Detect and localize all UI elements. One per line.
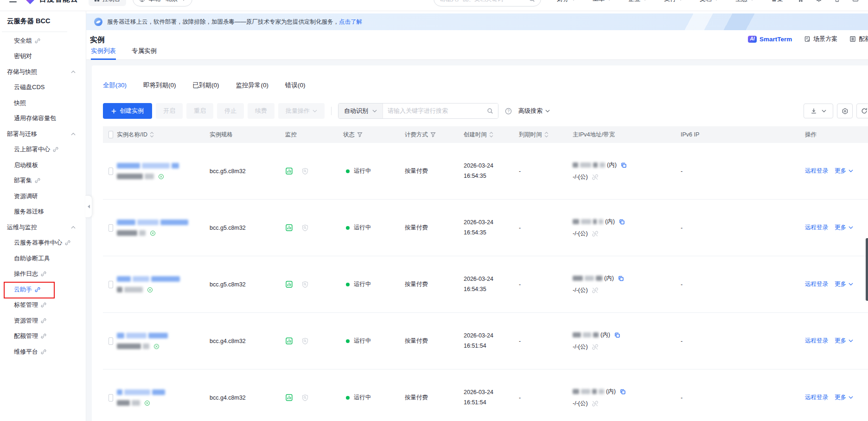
filter-即将到期(0)[interactable]: 即将到期(0) xyxy=(143,81,176,95)
topbar-nav-item[interactable]: 支付 xyxy=(664,0,683,3)
unbind-eip-icon[interactable] xyxy=(592,343,599,350)
row-checkbox[interactable] xyxy=(108,337,113,345)
row-checkbox[interactable] xyxy=(108,394,113,402)
baidu-cloud-logo[interactable]: 百度智能云 xyxy=(25,0,78,4)
remote-login-link[interactable]: 远程登录 xyxy=(805,167,828,175)
sidebar-item-云助手[interactable]: 云助手 xyxy=(0,282,86,298)
sidebar-collapse-handle[interactable] xyxy=(85,195,92,218)
copy-icon[interactable] xyxy=(618,275,624,282)
topbar-nav-item[interactable]: 备案 xyxy=(771,0,783,3)
toolbar-button-开启[interactable]: 开启 xyxy=(156,103,183,119)
security-check-icon[interactable] xyxy=(301,394,309,402)
topbar-nav-item[interactable]: 企业 xyxy=(628,0,647,3)
security-check-icon[interactable] xyxy=(301,337,309,345)
sidebar-item-安全组[interactable]: 安全组 xyxy=(0,33,86,49)
filter-错误(0)[interactable]: 错误(0) xyxy=(285,81,306,95)
topbar-search-input[interactable]: 请输入产品、文档关键词 xyxy=(434,0,541,6)
filter-监控异常(0)[interactable]: 监控异常(0) xyxy=(236,81,269,95)
unbind-eip-icon[interactable] xyxy=(592,230,599,237)
sidebar-group-部署与迁移[interactable]: 部署与迁移 xyxy=(0,126,86,142)
sidebar-item-操作日志[interactable]: 操作日志 xyxy=(0,266,86,282)
toolbar-button-续费[interactable]: 续费 xyxy=(248,103,274,119)
refresh-button[interactable] xyxy=(856,104,868,118)
sidebar-item-配额管理[interactable]: 配额管理 xyxy=(0,329,86,344)
download-button[interactable] xyxy=(804,104,833,118)
remote-login-link[interactable]: 远程登录 xyxy=(805,394,828,402)
row-checkbox[interactable] xyxy=(108,224,113,232)
create-instance-button[interactable]: 创建实例 xyxy=(103,103,152,119)
column-header-计费方式[interactable]: 计费方式 xyxy=(405,131,464,139)
sidebar-item-标签管理[interactable]: 标签管理 xyxy=(0,298,86,313)
advanced-search-toggle[interactable]: 高级搜索 xyxy=(518,107,550,115)
sidebar-item-密钥对[interactable]: 密钥对 xyxy=(0,49,86,65)
more-actions-link[interactable]: 更多 xyxy=(835,224,853,232)
sidebar-item-云服务器事件中心[interactable]: 云服务器事件中心 xyxy=(0,235,86,251)
toolbar-button-重启[interactable]: 重启 xyxy=(186,103,213,119)
more-actions-link[interactable]: 更多 xyxy=(835,394,853,402)
remote-login-link[interactable]: 远程登录 xyxy=(805,280,828,288)
security-check-icon[interactable] xyxy=(301,168,309,175)
quota-detail-button[interactable]: 配额详情 xyxy=(849,35,868,43)
row-checkbox[interactable] xyxy=(108,281,113,288)
region-selector[interactable]: 华北 - 北京 xyxy=(133,0,192,6)
row-checkbox[interactable] xyxy=(108,168,113,175)
more-actions-link[interactable]: 更多 xyxy=(835,337,853,345)
topbar-nav-item[interactable]: 财务 xyxy=(557,0,576,3)
sidebar-item-云磁盘CDS[interactable]: 云磁盘CDS xyxy=(0,80,86,96)
copy-icon[interactable] xyxy=(614,332,620,338)
instance-name-cell[interactable] xyxy=(117,389,210,406)
remote-login-link[interactable]: 远程登录 xyxy=(805,337,828,345)
more-actions-link[interactable]: 更多 xyxy=(835,280,853,288)
monitor-chart-icon[interactable] xyxy=(285,167,293,175)
sidebar-item-快照[interactable]: 快照 xyxy=(0,95,86,111)
side-float-widget[interactable] xyxy=(866,238,868,301)
monitor-chart-icon[interactable] xyxy=(285,337,293,345)
help-icon[interactable]: ? xyxy=(505,108,512,115)
smartterm-button[interactable]: AI SmartTerm xyxy=(748,36,792,43)
column-header-到期时间[interactable]: 到期时间 xyxy=(519,131,573,139)
unbind-eip-icon[interactable] xyxy=(592,400,599,407)
sidebar-item-启动模板[interactable]: 启动模板 xyxy=(0,157,86,173)
mobile-icon[interactable] xyxy=(834,0,840,2)
sidebar-item-资源调研[interactable]: 资源调研 xyxy=(0,188,86,204)
copy-icon[interactable] xyxy=(619,219,625,225)
keyword-search-input[interactable]: 请输入关键字进行搜索 xyxy=(383,104,498,118)
cart-icon[interactable] xyxy=(797,0,804,2)
sidebar-group-运维与监控[interactable]: 运维与监控 xyxy=(0,220,86,235)
instance-name-cell[interactable] xyxy=(117,163,210,180)
sidebar-item-资源管理[interactable]: 资源管理 xyxy=(0,313,86,329)
security-check-icon[interactable] xyxy=(301,224,309,232)
topbar-nav-item[interactable]: 文档 xyxy=(700,0,719,3)
column-header-创建时间[interactable]: 创建时间 xyxy=(464,131,519,139)
security-check-icon[interactable] xyxy=(301,281,309,288)
sidebar-group-存储与快照[interactable]: 存储与快照 xyxy=(0,64,86,80)
topbar-nav-item[interactable]: 生态 xyxy=(735,0,754,3)
search-mode-select[interactable]: 自动识别 xyxy=(338,104,383,118)
instance-name-cell[interactable] xyxy=(117,276,210,293)
topbar-nav-item[interactable]: 工单 xyxy=(593,0,612,3)
copy-icon[interactable] xyxy=(619,389,626,395)
sidebar-item-部署集[interactable]: 部署集 xyxy=(0,173,86,189)
scenario-plan-button[interactable]: 场景方案 xyxy=(804,35,837,43)
console-button[interactable]: 控制台 xyxy=(89,0,126,6)
tab-instance-list[interactable]: 实例列表 xyxy=(91,47,116,59)
monitor-chart-icon[interactable] xyxy=(285,394,293,402)
banner-link[interactable]: 点击了解 xyxy=(339,18,362,26)
tab-dedicated-instance[interactable]: 专属实例 xyxy=(132,47,157,59)
column-header-状态[interactable]: 状态 xyxy=(343,131,405,139)
menu-icon[interactable] xyxy=(9,0,17,2)
unbind-eip-icon[interactable] xyxy=(592,287,599,294)
batch-actions-button[interactable]: 批量操作 xyxy=(278,103,325,119)
filter-已到期(0)[interactable]: 已到期(0) xyxy=(193,81,219,95)
column-header-实例名称/ID[interactable]: 实例名称/ID xyxy=(117,131,210,139)
copy-icon[interactable] xyxy=(620,162,627,168)
sidebar-item-通用存储容量包[interactable]: 通用存储容量包 xyxy=(0,111,86,127)
unbind-eip-icon[interactable] xyxy=(592,174,599,181)
select-all-checkbox[interactable] xyxy=(108,131,113,138)
monitor-chart-icon[interactable] xyxy=(285,224,293,232)
settings-button[interactable] xyxy=(837,104,853,118)
instance-name-cell[interactable] xyxy=(117,220,210,236)
filter-全部(30)[interactable]: 全部(30) xyxy=(103,81,127,95)
console-card-icon[interactable] xyxy=(852,0,859,2)
monitor-chart-icon[interactable] xyxy=(285,280,293,288)
